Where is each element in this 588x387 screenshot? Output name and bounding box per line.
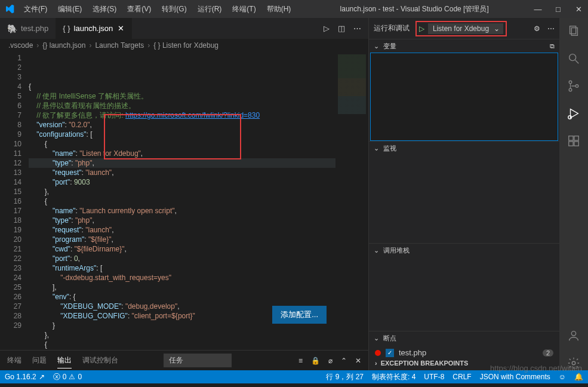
debug-config-selector[interactable]: ▷ Listen for Xdebug (415, 21, 507, 36)
menu-帮助(H)[interactable]: 帮助(H) (262, 2, 296, 17)
breakpoint-count-badge: 2 (543, 349, 553, 357)
checkbox-icon[interactable]: ✓ (386, 349, 394, 357)
maximize-icon[interactable]: □ (553, 5, 563, 14)
php-icon: 🐘 (7, 24, 17, 33)
bottom-panel: 终端问题输出调试控制台 任务 ≡ 🔒 ⌀ ⌃ ✕ (0, 350, 368, 370)
close-panel-icon[interactable]: ✕ (355, 357, 361, 365)
callstack-section-header[interactable]: ⌄ 调用堆栈 (369, 244, 559, 257)
svg-rect-9 (569, 136, 573, 140)
breadcrumb-item[interactable]: Launch Targets (95, 41, 144, 50)
eol[interactable]: CRLF (452, 372, 471, 382)
watch-panel[interactable] (369, 155, 559, 243)
svg-point-5 (569, 88, 572, 91)
debug-header: 运行和调试 ▷ Listen for Xdebug ⚙ ⋯ (369, 18, 559, 39)
chevron-down-icon: ⌄ (374, 247, 381, 254)
svg-rect-11 (569, 142, 573, 146)
cursor-position[interactable]: 行 9，列 27 (326, 372, 364, 382)
menu-编辑(E)[interactable]: 编辑(E) (53, 2, 87, 17)
go-version[interactable]: Go 1.16.2↗ (5, 373, 45, 381)
source-control-icon[interactable] (567, 79, 581, 93)
close-icon[interactable]: ✕ (574, 5, 583, 14)
watch-section-header[interactable]: ⌄ 监视 (369, 142, 559, 155)
run-debug-icon[interactable] (567, 106, 581, 121)
files-icon[interactable] (567, 24, 581, 38)
more-icon[interactable]: ⋯ (353, 24, 361, 33)
more-icon[interactable]: ⋯ (547, 24, 555, 33)
svg-rect-1 (571, 28, 577, 36)
menu-终端(T)[interactable]: 终端(T) (227, 2, 260, 17)
watermark: https://blog.csdn.net/witten (490, 364, 582, 373)
feedback-icon[interactable]: ☺ (559, 372, 566, 382)
extensions-icon[interactable] (567, 134, 581, 148)
vscode-logo-icon (5, 4, 14, 14)
search-icon[interactable] (567, 51, 581, 66)
breadcrumb[interactable]: .vscode›{} launch.json›Launch Targets›{ … (0, 39, 368, 52)
chevron-down-icon: ⌄ (374, 334, 381, 342)
breadcrumb-item[interactable]: .vscode (8, 41, 33, 50)
debug-sidebar: 运行和调试 ▷ Listen for Xdebug ⚙ ⋯ ⌄ 变量 ⧉ ⌄ 监… (368, 18, 559, 370)
chevron-up-icon[interactable]: ⌃ (341, 357, 347, 365)
start-debug-icon[interactable]: ▷ (419, 24, 424, 33)
add-configuration-button[interactable]: 添加配置... (272, 306, 327, 324)
svg-point-2 (569, 54, 576, 61)
variables-panel[interactable] (370, 53, 558, 141)
titlebar: 文件(F)编辑(E)选择(S)查看(V)转到(G)运行(R)终端(T)帮助(H)… (0, 0, 588, 18)
tab-launch.json[interactable]: { }launch.json✕ (56, 18, 132, 39)
breakpoints-section-header[interactable]: ⌄ 断点 (369, 331, 559, 345)
panel-tab-输出[interactable]: 输出 (57, 356, 72, 368)
tab-size[interactable]: 制表符长度: 4 (372, 372, 415, 382)
svg-point-13 (571, 331, 575, 336)
chevron-down-icon: ⌄ (374, 145, 381, 152)
activity-bar (559, 18, 588, 370)
minimize-icon[interactable]: — (533, 5, 543, 14)
close-tab-icon[interactable]: ✕ (116, 24, 125, 33)
svg-rect-10 (574, 136, 578, 140)
window-controls: — □ ✕ (533, 5, 583, 14)
svg-rect-0 (570, 26, 576, 34)
svg-rect-12 (574, 142, 578, 146)
chevron-right-icon: › (375, 360, 377, 367)
menu-查看(V)[interactable]: 查看(V) (122, 2, 156, 17)
task-selector[interactable]: 任务 (164, 354, 232, 367)
filter-icon[interactable]: ≡ (298, 357, 303, 365)
panel-tab-调试控制台[interactable]: 调试控制台 (82, 356, 118, 368)
svg-point-4 (569, 81, 572, 84)
panel-tab-终端[interactable]: 终端 (7, 356, 21, 368)
encoding[interactable]: UTF-8 (424, 372, 444, 382)
breakpoint-dot-icon (375, 350, 381, 356)
notifications-icon[interactable]: 🔔 (574, 372, 583, 382)
svg-line-3 (575, 60, 579, 64)
menu-选择(S)[interactable]: 选择(S) (88, 2, 121, 17)
variables-section-header[interactable]: ⌄ 变量 ⧉ (369, 39, 559, 53)
breakpoint-row[interactable]: ✓ test.php 2 (369, 347, 559, 358)
breadcrumb-item[interactable]: { } Listen for Xdebug (153, 41, 218, 50)
tab-test.php[interactable]: 🐘test.php (0, 18, 56, 39)
menu-文件(F)[interactable]: 文件(F) (19, 2, 52, 17)
copy-icon[interactable]: ⧉ (550, 42, 555, 50)
lock-icon[interactable]: 🔒 (311, 357, 320, 365)
editor-tabs: 🐘test.php{ }launch.json✕ ▷ ◫ ⋯ (0, 18, 368, 39)
breadcrumb-item[interactable]: {} launch.json (42, 41, 85, 50)
account-icon[interactable] (567, 328, 581, 343)
json-icon: { } (63, 24, 70, 33)
line-gutter: 1234567891011121314151617181920212223242… (0, 52, 29, 350)
menu-bar: 文件(F)编辑(E)选择(S)查看(V)转到(G)运行(R)终端(T)帮助(H) (19, 2, 295, 17)
editor-area: 🐘test.php{ }launch.json✕ ▷ ◫ ⋯ .vscode›{… (0, 18, 368, 370)
menu-运行(R)[interactable]: 运行(R) (193, 2, 227, 17)
editor-body[interactable]: 1234567891011121314151617181920212223242… (0, 52, 368, 350)
split-editor-icon[interactable]: ◫ (338, 24, 345, 33)
run-icon[interactable]: ▷ (324, 24, 330, 33)
chevron-down-icon: ⌄ (374, 42, 381, 50)
clear-icon[interactable]: ⌀ (328, 357, 333, 365)
window-title: launch.json - test - Visual Studio Code … (295, 4, 533, 14)
language-mode[interactable]: JSON with Comments (480, 372, 550, 382)
panel-tab-问题[interactable]: 问题 (32, 356, 47, 368)
menu-转到(G)[interactable]: 转到(G) (157, 2, 191, 17)
tab-actions: ▷ ◫ ⋯ (324, 24, 368, 33)
debug-config-name[interactable]: Listen for Xdebug (428, 23, 503, 34)
gear-icon[interactable]: ⚙ (534, 24, 540, 33)
run-debug-label: 运行和调试 (374, 23, 410, 33)
problems-status[interactable]: ⓧ 0 ⚠ 0 (53, 372, 82, 382)
svg-point-6 (575, 85, 578, 88)
minimap[interactable] (335, 52, 368, 350)
